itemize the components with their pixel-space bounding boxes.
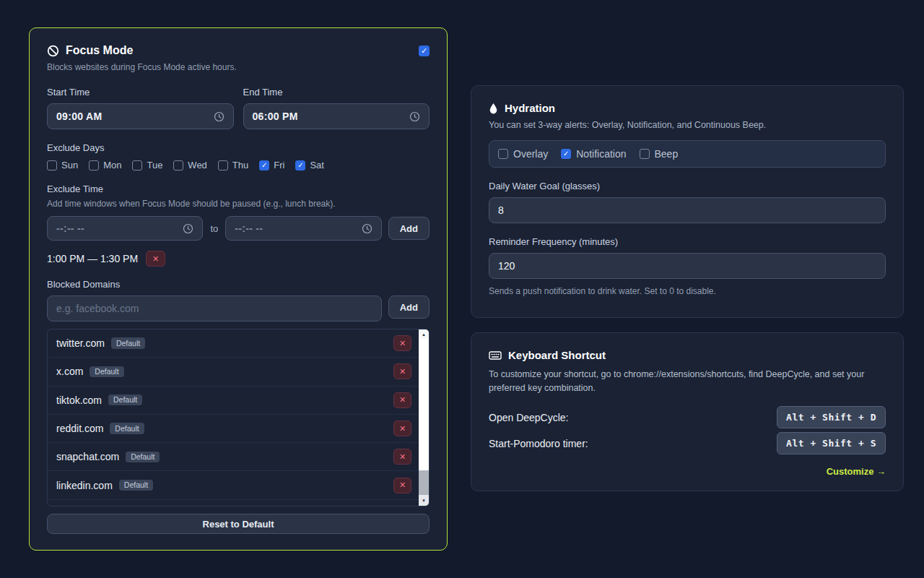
hydration-card: Hydration You can set 3-way alerts: Over… bbox=[471, 85, 904, 318]
shortcut-description: To customize your shortcut, go to chrome… bbox=[489, 368, 886, 396]
water-goal-input[interactable]: 8 bbox=[489, 197, 886, 223]
default-badge: Default bbox=[119, 480, 153, 491]
frequency-input[interactable]: 120 bbox=[489, 253, 886, 279]
shortcut-title: Keyboard Shortcut bbox=[508, 349, 606, 361]
remove-domain-button[interactable]: ✕ bbox=[393, 449, 411, 465]
scroll-down-icon[interactable]: ▼ bbox=[419, 495, 429, 506]
day-checkbox[interactable] bbox=[132, 160, 142, 171]
end-time-label: End Time bbox=[243, 87, 430, 98]
clock-icon bbox=[214, 111, 225, 122]
day-checkbox[interactable] bbox=[89, 160, 99, 171]
remove-domain-button[interactable]: ✕ bbox=[393, 363, 411, 379]
add-domain-button[interactable]: Add bbox=[388, 296, 430, 319]
domain-input[interactable]: e.g. facebook.com bbox=[47, 296, 382, 322]
domain-row: reddit.comDefault✕ bbox=[48, 415, 419, 443]
start-time-label: Start Time bbox=[47, 87, 234, 98]
focus-mode-card: Focus Mode ✓ Blocks websites during Focu… bbox=[29, 27, 448, 551]
domain-row: tiktok.comDefault✕ bbox=[48, 387, 419, 415]
remove-domain-button[interactable]: ✕ bbox=[393, 478, 411, 493]
remove-domain-button[interactable]: ✕ bbox=[393, 392, 411, 408]
day-checkbox[interactable] bbox=[173, 160, 183, 171]
day-checkbox[interactable] bbox=[47, 160, 57, 171]
clock-icon bbox=[409, 111, 420, 122]
default-badge: Default bbox=[110, 423, 144, 434]
shortcut-label: Open DeepCycle: bbox=[489, 412, 569, 423]
alert-checkbox[interactable]: ✓ bbox=[561, 149, 571, 159]
day-label: Sat bbox=[310, 160, 324, 171]
frequency-hint: Sends a push notification to drink water… bbox=[489, 286, 886, 296]
alert-checkbox[interactable] bbox=[498, 149, 508, 159]
exclude-from-input[interactable]: --:-- -- bbox=[47, 216, 203, 241]
end-time-group: End Time 06:00 PM bbox=[243, 87, 430, 129]
remove-domain-button[interactable]: ✕ bbox=[393, 335, 411, 351]
focus-enabled-checkbox[interactable]: ✓ bbox=[419, 46, 430, 56]
default-badge: Default bbox=[111, 337, 145, 349]
exclude-day-sun[interactable]: Sun bbox=[47, 160, 78, 171]
exclude-day-fri[interactable]: ✓Fri bbox=[259, 160, 284, 171]
reset-to-default-button[interactable]: Reset to Default bbox=[47, 514, 430, 534]
domain-name: snapchat.com bbox=[56, 451, 119, 462]
exclude-day-thu[interactable]: Thu bbox=[218, 160, 248, 171]
exclude-day-mon[interactable]: Mon bbox=[89, 160, 121, 171]
shortcut-row: Start-Pomodoro timer:Alt + Shift + S bbox=[489, 431, 886, 456]
blocked-domains-label: Blocked Domains bbox=[47, 279, 430, 290]
remove-domain-button[interactable]: ✕ bbox=[393, 420, 411, 436]
alert-checkbox[interactable] bbox=[640, 149, 650, 159]
alert-option-notification[interactable]: ✓Notification bbox=[561, 148, 626, 160]
day-checkbox[interactable] bbox=[218, 160, 228, 171]
exclude-to-input[interactable]: --:-- -- bbox=[225, 216, 381, 241]
block-icon bbox=[47, 45, 59, 57]
domain-row: x.comDefault✕ bbox=[48, 358, 419, 386]
exclude-day-sat[interactable]: ✓Sat bbox=[295, 160, 324, 171]
day-label: Mon bbox=[103, 160, 121, 171]
shortcut-card-header: Keyboard Shortcut bbox=[489, 349, 886, 361]
day-checkbox[interactable]: ✓ bbox=[259, 160, 269, 171]
clock-icon bbox=[183, 223, 193, 234]
default-badge: Default bbox=[126, 452, 160, 463]
keyboard-shortcut-card: Keyboard Shortcut To customize your shor… bbox=[471, 332, 904, 491]
domain-rows: twitter.comDefault✕x.comDefault✕tiktok.c… bbox=[48, 329, 429, 500]
focus-title: Focus Mode bbox=[66, 44, 133, 57]
day-label: Sun bbox=[61, 160, 78, 171]
remove-window-button[interactable]: ✕ bbox=[146, 251, 165, 267]
end-time-input[interactable]: 06:00 PM bbox=[243, 103, 430, 129]
domain-add-row: e.g. facebook.com Add bbox=[47, 296, 430, 322]
exclude-window-text: 1:00 PM — 1:30 PM bbox=[47, 253, 138, 264]
domain-row: twitter.comDefault✕ bbox=[48, 329, 419, 358]
exclude-windows: 1:00 PM — 1:30 PM✕ bbox=[47, 250, 430, 267]
exclude-day-wed[interactable]: Wed bbox=[173, 160, 207, 171]
to-label: to bbox=[209, 223, 219, 234]
alert-label: Notification bbox=[576, 148, 626, 160]
frequency-label: Reminder Frequency (minutes) bbox=[489, 236, 886, 247]
exclude-time-inputs: --:-- -- to --:-- -- Add bbox=[47, 216, 430, 241]
scrollbar-thumb[interactable] bbox=[419, 339, 429, 470]
blocked-domains-list: twitter.comDefault✕x.comDefault✕tiktok.c… bbox=[47, 329, 430, 506]
scroll-up-icon[interactable]: ▲ bbox=[419, 329, 429, 339]
day-checkbox[interactable]: ✓ bbox=[295, 160, 305, 171]
shortcut-row: Open DeepCycle:Alt + Shift + D bbox=[489, 405, 886, 430]
alert-options: Overlay✓NotificationBeep bbox=[489, 140, 886, 168]
domain-name: tiktok.com bbox=[56, 394, 102, 406]
droplet-icon bbox=[489, 103, 498, 114]
default-badge: Default bbox=[90, 366, 123, 378]
focus-card-header: Focus Mode ✓ bbox=[47, 44, 430, 57]
scrollbar[interactable]: ▲ ▼ bbox=[419, 329, 429, 506]
exclude-window-row: 1:00 PM — 1:30 PM✕ bbox=[47, 250, 430, 267]
customize-link[interactable]: Customize → bbox=[827, 466, 886, 477]
day-label: Wed bbox=[188, 160, 207, 171]
alert-label: Overlay bbox=[513, 148, 548, 160]
shortcut-label: Start-Pomodoro timer: bbox=[489, 438, 588, 449]
alert-label: Beep bbox=[655, 148, 679, 160]
add-exclude-time-button[interactable]: Add bbox=[388, 217, 430, 240]
shortcut-rows: Open DeepCycle:Alt + Shift + DStart-Pomo… bbox=[489, 405, 886, 456]
start-time-group: Start Time 09:00 AM bbox=[47, 87, 234, 129]
day-label: Thu bbox=[232, 160, 248, 171]
alert-option-beep[interactable]: Beep bbox=[640, 148, 679, 160]
exclude-time-hint: Add time windows when Focus Mode should … bbox=[47, 199, 430, 209]
hydration-title: Hydration bbox=[505, 102, 555, 114]
alert-option-overlay[interactable]: Overlay bbox=[498, 148, 548, 160]
exclude-days-row: SunMonTueWedThu✓Fri✓Sat bbox=[47, 160, 430, 171]
day-label: Tue bbox=[147, 160, 162, 171]
start-time-input[interactable]: 09:00 AM bbox=[47, 103, 234, 129]
exclude-day-tue[interactable]: Tue bbox=[132, 160, 162, 171]
